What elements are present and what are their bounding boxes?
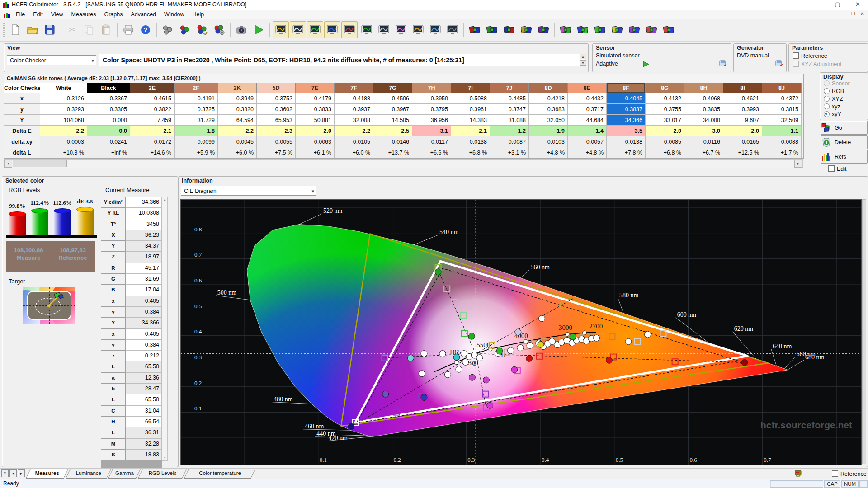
tab-next-button[interactable]: ►	[18, 469, 25, 477]
table-cell[interactable]: 2.2	[335, 126, 373, 136]
column-header-Black[interactable]: Black	[87, 83, 130, 93]
table-cell[interactable]: 2.0	[646, 126, 684, 136]
column-header-2F[interactable]: 2F	[175, 83, 218, 93]
table-cell[interactable]: 0.4218	[529, 93, 568, 104]
mdi-restore-button[interactable]: ❐	[849, 11, 857, 18]
toolbar-free-meas-7-button[interactable]	[660, 21, 677, 38]
tab-gamma[interactable]: Gamma	[108, 469, 141, 479]
table-horizontal-scrollbar[interactable]: ◄ ►	[4, 159, 803, 168]
table-cell[interactable]: 3.1	[412, 126, 451, 136]
table-cell[interactable]: 0.4068	[684, 93, 723, 104]
toolbar-free-meas-3-button[interactable]	[592, 21, 608, 38]
table-cell[interactable]: 0.3820	[218, 104, 257, 115]
view-selector[interactable]: Color Checker ▾	[7, 55, 96, 65]
table-cell[interactable]: 0.3725	[175, 104, 218, 115]
menu-measures[interactable]: Measures	[67, 10, 100, 19]
column-header-2K[interactable]: 2K	[218, 83, 257, 93]
table-cell[interactable]: 0.3683	[529, 104, 568, 115]
table-cell[interactable]: 0.0117	[412, 136, 451, 147]
table-cell[interactable]: 0.0172	[130, 136, 175, 147]
tab-prev-button[interactable]: ◄	[9, 469, 17, 477]
toolbar-save-button[interactable]	[42, 21, 58, 38]
toolbar-view-free-2-button[interactable]	[393, 21, 409, 38]
toolbar-about-help-button[interactable]: ?	[137, 21, 154, 38]
menu-view[interactable]: View	[47, 10, 67, 19]
table-cell[interactable]: +6.0 %	[218, 147, 257, 158]
toolbar-measure-grayscale-button[interactable]	[194, 21, 210, 38]
table-cell[interactable]: 0.3833	[296, 104, 335, 115]
table-cell[interactable]: 0.0087	[490, 136, 529, 147]
table-cell[interactable]: 32.509	[762, 115, 802, 126]
table-cell[interactable]: 36.956	[412, 115, 451, 126]
column-header-7H[interactable]: 7H	[412, 83, 451, 93]
table-cell[interactable]: 0.3126	[40, 93, 87, 104]
menu-window[interactable]: Window	[160, 10, 188, 19]
table-cell[interactable]: 0.3755	[646, 104, 684, 115]
table-cell[interactable]: 14.383	[451, 115, 490, 126]
column-header-7J[interactable]: 7J	[490, 83, 529, 93]
table-cell[interactable]: +10.3 %	[40, 147, 87, 158]
table-cell[interactable]: 0.0138	[451, 136, 490, 147]
table-cell[interactable]: 0.3835	[684, 104, 723, 115]
toolbar-free-meas-4-button[interactable]	[609, 21, 625, 38]
table-cell[interactable]: 34.366	[607, 115, 646, 126]
toolbar-free-meas-6-button[interactable]	[643, 21, 660, 38]
toolbar-view-free-3-button[interactable]	[410, 21, 426, 38]
table-cell[interactable]: 0.0003	[40, 136, 87, 147]
table-cell[interactable]: 0.4132	[646, 93, 684, 104]
edit-checkbox[interactable]: Edit	[828, 165, 847, 172]
table-cell[interactable]: 0.4188	[335, 93, 373, 104]
toolbar-view-free-1-button[interactable]	[376, 21, 392, 38]
table-cell[interactable]: 9.607	[723, 115, 762, 126]
tab-measures[interactable]: Measures	[26, 469, 68, 479]
table-cell[interactable]: 0.3949	[218, 93, 257, 104]
table-cell[interactable]: +6.6 %	[412, 147, 451, 158]
table-cell[interactable]: +inf %	[87, 147, 130, 158]
table-cell[interactable]: 44.684	[568, 115, 607, 126]
info-scroll-down-button[interactable]: ▼	[580, 60, 586, 66]
information-scrollbar[interactable]	[862, 199, 866, 464]
table-cell[interactable]: 0.3837	[607, 104, 646, 115]
toolbar-free-meas-2-button[interactable]	[575, 21, 591, 38]
toolbar-dataset-1-button[interactable]	[467, 21, 483, 38]
menu-help[interactable]: Help	[189, 10, 208, 19]
measure-table-scrollbar[interactable]: ▲ ▼	[162, 197, 168, 461]
column-header-8H[interactable]: 8H	[684, 83, 723, 93]
table-cell[interactable]: 32.050	[529, 115, 568, 126]
table-cell[interactable]: 50.881	[296, 115, 335, 126]
display-option-xyY[interactable]: xyY	[824, 111, 850, 119]
table-cell[interactable]: 0.0165	[723, 136, 762, 147]
toolbar-view-gamma-button[interactable]	[307, 21, 323, 38]
table-cell[interactable]: 0.3993	[723, 104, 762, 115]
table-cell[interactable]: 104.068	[40, 115, 87, 126]
go-button[interactable]: Go	[821, 121, 868, 135]
table-cell[interactable]: 0.0116	[684, 136, 723, 147]
menu-graphs[interactable]: Graphs	[100, 10, 127, 19]
table-cell[interactable]: 31.729	[175, 115, 218, 126]
table-cell[interactable]: 0.0099	[175, 136, 218, 147]
toolbar-dataset-3-button[interactable]	[501, 21, 517, 38]
table-cell[interactable]: 65.953	[257, 115, 296, 126]
column-header-7E[interactable]: 7E	[296, 83, 335, 93]
information-selector[interactable]: CIE Diagram ▾	[181, 186, 316, 196]
toolbar-view-measures-button[interactable]	[273, 21, 289, 38]
table-cell[interactable]: 0.3815	[762, 104, 802, 115]
table-cell[interactable]: 0.0241	[87, 136, 130, 147]
toolbar-view-free-4-button[interactable]	[427, 21, 443, 38]
mdi-minimize-button[interactable]: _	[840, 11, 848, 18]
column-header-8F[interactable]: 8F	[607, 83, 646, 93]
table-cell[interactable]: 2.3	[257, 126, 296, 136]
table-cell[interactable]: +1.7 %	[762, 147, 802, 158]
info-scroll-up-button[interactable]: ▲	[580, 54, 586, 59]
toolbar-run-measures-button[interactable]	[250, 21, 267, 38]
scroll-down-icon[interactable]: ▼	[162, 455, 167, 460]
table-cell[interactable]: 2.1	[130, 126, 175, 136]
toolbar-paste-button[interactable]	[98, 21, 114, 38]
table-cell[interactable]: +14.6 %	[130, 147, 175, 158]
table-cell[interactable]: 0.000	[87, 115, 130, 126]
column-header-7I[interactable]: 7I	[451, 83, 490, 93]
table-cell[interactable]: 0.0	[87, 126, 130, 136]
mdi-close-button[interactable]: ✕	[859, 11, 866, 18]
table-cell[interactable]: 0.0045	[218, 136, 257, 147]
column-header-7F[interactable]: 7F	[335, 83, 373, 93]
